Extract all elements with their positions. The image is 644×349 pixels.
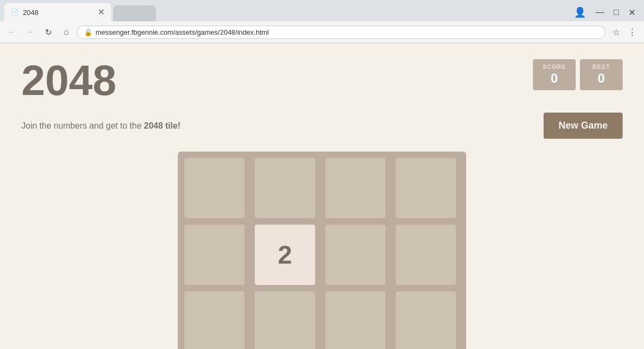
best-box: BEST 0 <box>580 59 623 90</box>
score-box: SCORE 0 <box>533 59 576 90</box>
maximize-button[interactable]: □ <box>609 6 623 18</box>
menu-button[interactable]: ⋮ <box>625 25 640 39</box>
game-container: 2048 SCORE 0 BEST 0 Join the numbers and… <box>0 43 644 349</box>
tab-bar: 📄 2048 ✕ 👤 — □ ✕ <box>0 0 644 21</box>
tile-1-2 <box>325 225 386 285</box>
tab-title: 2048 <box>23 9 38 17</box>
tile-0-3 <box>396 158 456 218</box>
forward-button[interactable]: → <box>22 25 37 39</box>
game-header: 2048 SCORE 0 BEST 0 <box>21 59 623 102</box>
inactive-tab[interactable] <box>113 5 156 21</box>
best-value: 0 <box>588 71 614 86</box>
browser-toolbar: ← → ↻ ⌂ 🔒 messenger.fbgennie.com/assets/… <box>0 21 644 43</box>
tab-favicon: 📄 <box>11 9 19 16</box>
score-label: SCORE <box>541 64 567 70</box>
address-text: messenger.fbgennie.com/assets/games/2048… <box>96 28 599 36</box>
tile-1-3 <box>396 225 456 285</box>
profile-button[interactable]: 👤 <box>570 5 590 19</box>
address-bar[interactable]: 🔒 messenger.fbgennie.com/assets/games/20… <box>77 26 606 39</box>
tile-2-2 <box>325 291 386 349</box>
tile-0-2 <box>325 158 386 218</box>
tile-2-1 <box>255 291 315 349</box>
close-button[interactable]: ✕ <box>624 6 640 19</box>
lock-icon: 🔒 <box>84 28 92 36</box>
tile-2-0 <box>184 291 245 349</box>
tile-0-1 <box>255 158 315 218</box>
new-game-button[interactable]: New Game <box>544 113 623 139</box>
tab-close-icon[interactable]: ✕ <box>98 8 105 17</box>
subtitle-bold: 2048 tile! <box>144 121 180 130</box>
window-controls: 👤 — □ ✕ <box>570 5 640 21</box>
minimize-button[interactable]: — <box>591 6 608 18</box>
best-label: BEST <box>588 64 614 70</box>
score-area: SCORE 0 BEST 0 <box>533 59 623 90</box>
subtitle-plain: Join the numbers and get to the <box>21 121 144 130</box>
browser-window: 📄 2048 ✕ 👤 — □ ✕ ← → ↻ ⌂ 🔒 messenger.fbg… <box>0 0 644 349</box>
tile-0-0 <box>184 158 245 218</box>
home-button[interactable]: ⌂ <box>59 25 74 39</box>
tile-2-3 <box>396 291 456 349</box>
bookmark-button[interactable]: ☆ <box>609 25 624 39</box>
game-title: 2048 <box>21 59 116 102</box>
game-board[interactable]: 2 <box>178 152 466 349</box>
reload-button[interactable]: ↻ <box>41 25 56 39</box>
tile-1-1: 2 <box>255 225 315 285</box>
tile-1-0 <box>184 225 245 285</box>
subtitle-text: Join the numbers and get to the 2048 til… <box>21 121 180 131</box>
back-button[interactable]: ← <box>4 25 19 39</box>
score-value: 0 <box>541 71 567 86</box>
game-subtitle: Join the numbers and get to the 2048 til… <box>21 113 623 139</box>
toolbar-actions: ☆ ⋮ <box>609 25 640 39</box>
active-tab[interactable]: 📄 2048 ✕ <box>4 3 111 21</box>
